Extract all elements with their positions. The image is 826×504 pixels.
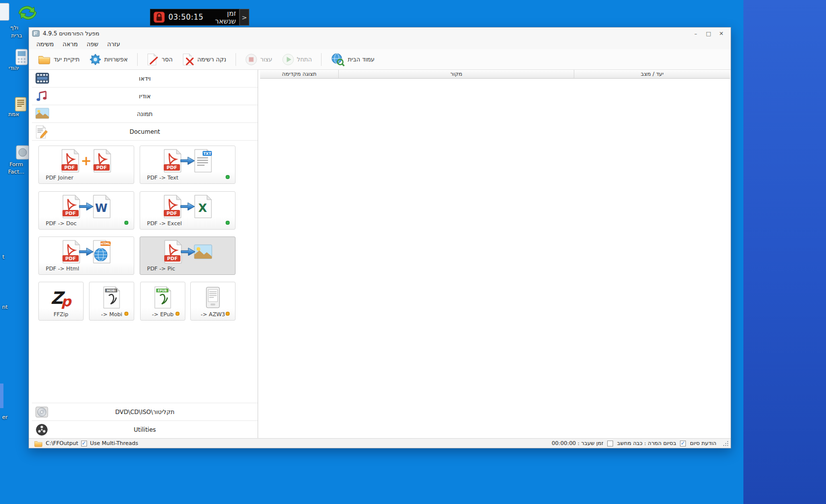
menu-task[interactable]: משימה	[32, 40, 58, 48]
excel-file-icon	[193, 195, 213, 218]
desktop-icon-partial[interactable]	[0, 384, 3, 408]
task-list: תצוגה מקדימה מקור יעד / מצב	[260, 70, 730, 438]
column-target-status[interactable]: יעד / מצב	[574, 70, 730, 78]
pdf-file-icon	[163, 240, 183, 264]
desktop-label-fragment[interactable]: t	[0, 254, 7, 260]
output-path[interactable]: C:\FFOutput	[46, 440, 78, 446]
resize-grip[interactable]	[722, 440, 729, 446]
toolbar: תיקיית יעד אפשרויות הסר נקה רשימה עצור	[29, 49, 731, 70]
category-video[interactable]: וידאו	[32, 70, 258, 88]
category-audio[interactable]: אודיו	[32, 88, 258, 105]
window-title: מפעל הפורמטים 4.9.5	[43, 30, 99, 37]
zip-logo-icon	[50, 286, 72, 309]
remove-item-icon	[147, 53, 159, 66]
category-picture[interactable]: תמונה	[32, 105, 258, 123]
pdf-file-icon	[61, 240, 81, 264]
word-file-icon	[92, 195, 112, 218]
home-page-label: עמוד הבית	[348, 56, 375, 63]
tile-label: PDF -> Text	[147, 175, 178, 181]
txt-file-icon	[193, 149, 213, 173]
toolbar-separator	[236, 53, 236, 66]
timer-expand-button[interactable]: >	[239, 9, 249, 26]
sync-shortcut-icon[interactable]	[18, 3, 37, 23]
close-button[interactable]: ✕	[715, 29, 728, 38]
target-folder-button[interactable]: תיקיית יעד	[33, 52, 85, 67]
minimize-button[interactable]: –	[689, 29, 702, 38]
status-ready-dot	[226, 221, 230, 225]
category-document[interactable]: Document	[32, 123, 258, 141]
category-rom-dvd-cd-iso[interactable]: תקליטור\DVD\CD\ISO	[32, 403, 258, 420]
task-list-body[interactable]	[260, 79, 730, 438]
tile-label: PDF -> Html	[46, 266, 79, 272]
stop-label: עצור	[260, 56, 272, 63]
menu-help[interactable]: עזרה	[103, 40, 124, 48]
scroll-shortcut-icon[interactable]	[12, 95, 30, 113]
tile-label: PDF Joiner	[46, 175, 73, 181]
start-button[interactable]: התחל	[277, 51, 317, 68]
tile-pdf-to-excel[interactable]: PDF -> Excel	[140, 191, 236, 230]
desktop-label[interactable]: ולף	[0, 25, 31, 31]
tile-to-azw3[interactable]: -> AZW3	[190, 282, 236, 321]
clear-list-label: נקה רשימה	[197, 56, 226, 63]
tile-pdf-to-html[interactable]: PDF -> Html	[38, 237, 134, 275]
bottom-categories: תקליטור\DVD\CD\ISO Utilities	[32, 403, 258, 438]
pdf-file-icon	[163, 149, 182, 173]
column-preview[interactable]: תצוגה מקדימה	[260, 70, 339, 78]
tile-pdf-to-doc[interactable]: PDF -> Doc	[38, 191, 134, 230]
arrow-right-icon	[180, 201, 196, 212]
plus-icon: +	[81, 154, 92, 167]
tile-pdf-joiner[interactable]: + PDF Joiner	[38, 146, 134, 184]
elapsed-time-label: זמן שעבר : 00:00:00	[552, 440, 603, 446]
status-partial-dot	[226, 312, 230, 316]
toolbar-separator	[321, 53, 322, 66]
menu-view[interactable]: מראה	[58, 40, 82, 48]
menu-language[interactable]: שפה	[82, 40, 103, 48]
titlebar[interactable]: מפעל הפורמטים 4.9.5 – □ ✕	[29, 28, 731, 39]
multithreads-checkbox[interactable]	[81, 441, 87, 446]
finish-notice-checkbox[interactable]	[680, 441, 686, 446]
desktop-icon-partial[interactable]	[0, 3, 9, 21]
tile-ffzip[interactable]: FFZip	[38, 282, 84, 321]
device-shortcut-icon[interactable]	[13, 48, 30, 66]
tile-pdf-to-pic[interactable]: PDF -> Pic	[140, 237, 236, 275]
shutdown-after-checkbox[interactable]	[607, 441, 613, 446]
start-label: התחל	[297, 56, 312, 63]
statusbar-left: C:\FFOutput Use Multi-Threads	[34, 440, 138, 447]
statusbar: C:\FFOutput Use Multi-Threads זמן שעבר :…	[29, 438, 731, 448]
pdf-file-icon	[163, 195, 182, 218]
finish-notice-label: הודעת סיום	[690, 440, 716, 446]
picture-icon	[194, 244, 212, 259]
shutdown-timer-widget[interactable]: 03:50:15 זמן שנשאר	[150, 9, 239, 26]
category-label: Document	[32, 123, 258, 140]
play-icon	[282, 54, 294, 65]
pdf-file-icon	[92, 149, 112, 173]
options-button[interactable]: אפשרויות	[85, 51, 133, 68]
status-partial-dot	[176, 312, 179, 316]
desktop-label-fragment[interactable]: er	[0, 414, 10, 420]
tile-label: PDF -> Excel	[147, 220, 182, 227]
tile-to-epub[interactable]: -> EPub	[140, 282, 185, 321]
clear-list-button[interactable]: נקה רשימה	[177, 51, 231, 68]
remove-button[interactable]: הסר	[142, 51, 177, 68]
tile-pdf-to-text[interactable]: PDF -> Text	[140, 146, 236, 184]
tile-to-mobi[interactable]: -> Mobi	[89, 282, 134, 321]
stop-button[interactable]: עצור	[240, 51, 277, 68]
column-source[interactable]: מקור	[339, 70, 574, 78]
timer-remaining-label: זמן שנשאר	[207, 9, 236, 25]
category-utilities[interactable]: Utilities	[32, 420, 258, 438]
target-folder-label: תיקיית יעד	[54, 56, 80, 63]
arrow-right-icon	[180, 155, 196, 166]
tile-label: PDF -> Pic	[147, 266, 175, 272]
tile-label: PDF -> Doc	[46, 220, 77, 227]
category-label: וידאו	[32, 70, 258, 87]
pdf-file-icon	[60, 149, 80, 173]
home-page-button[interactable]: עמוד הבית	[326, 50, 380, 69]
arrow-right-icon	[79, 201, 94, 212]
desktop-label-fragment[interactable]: nt	[0, 304, 10, 310]
html-globe-icon	[92, 240, 112, 264]
category-label: אודיו	[32, 88, 258, 105]
tile-label: FFZip	[39, 311, 83, 318]
multithreads-label: Use Multi-Threads	[90, 440, 138, 446]
menubar: משימה מראה שפה עזרה	[29, 39, 731, 49]
maximize-button[interactable]: □	[702, 29, 715, 38]
